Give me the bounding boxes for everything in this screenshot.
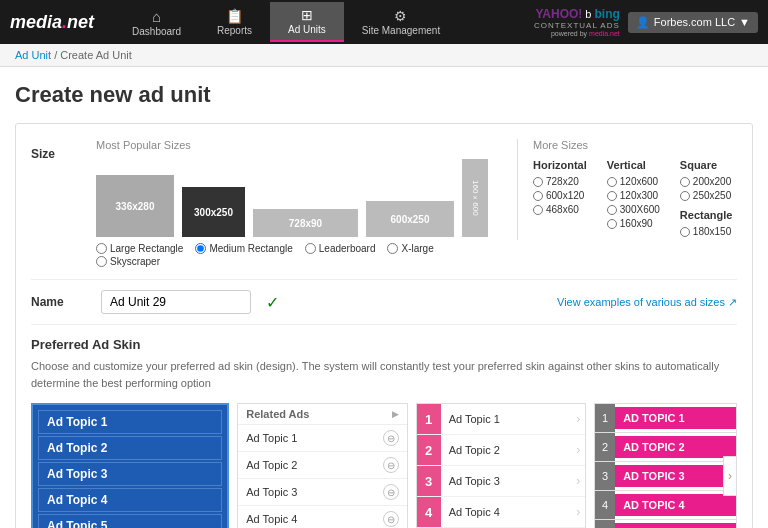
skin1-preview[interactable]: Ad Topic 1 Ad Topic 2 Ad Topic 3 Ad Topi… [31, 403, 229, 528]
skin4-num-1: 1 [595, 404, 615, 432]
skin3-arrow-3: › [576, 474, 585, 488]
size-option-728x90[interactable]: 728x90 [253, 209, 358, 237]
breadcrumb: Ad Unit / Create Ad Unit [0, 44, 768, 67]
header: media.net ⌂ Dashboard 📋 Reports ⊞ Ad Uni… [0, 0, 768, 44]
skin1-item-3: Ad Topic 3 [38, 462, 222, 486]
skin2-minus-2[interactable]: ⊖ [383, 457, 399, 473]
skin3-preview[interactable]: 1 Ad Topic 1 › 2 Ad Topic 2 › 3 Ad Topic… [416, 403, 586, 528]
skin3-num-2: 2 [417, 435, 441, 465]
main-card: Size Most Popular Sizes 336x280 300x250 [15, 123, 753, 528]
nav-dashboard[interactable]: ⌂ Dashboard [114, 3, 199, 42]
skin2-ad-label: ▶ [392, 409, 399, 419]
vertical-title: Vertical [607, 159, 660, 171]
skin2-minus-3[interactable]: ⊖ [383, 484, 399, 500]
size-option-336x280[interactable]: 336x280 [96, 175, 174, 237]
size-200x200[interactable]: 200x200 [680, 176, 733, 187]
skin2-minus-4[interactable]: ⊖ [383, 511, 399, 527]
breadcrumb-ad-unit[interactable]: Ad Unit [15, 49, 51, 61]
skin3-arrow-1: › [576, 412, 585, 426]
skin3-num-4: 4 [417, 497, 441, 527]
size-120x300[interactable]: 120x300 [607, 190, 660, 201]
check-icon: ✓ [266, 293, 279, 312]
name-input[interactable] [101, 290, 251, 314]
size-728x20[interactable]: 728x20 [533, 176, 587, 187]
skin4-num-5: 5 [595, 520, 615, 528]
skin2-preview[interactable]: Related Ads ▶ Ad Topic 1 ⊖ Ad Topic 2 ⊖ … [237, 403, 407, 528]
main-nav: ⌂ Dashboard 📋 Reports ⊞ Ad Units ⚙ Site … [114, 2, 534, 42]
skin2-item-2: Ad Topic 2 ⊖ [238, 452, 406, 479]
skin-description: Choose and customize your preferred ad s… [31, 358, 737, 391]
square-rectangle-sizes: Square 200x200 250x250 Rectangle 180x150 [680, 159, 733, 240]
skin3-arrow-4: › [576, 505, 585, 519]
size-120x600[interactable]: 120x600 [607, 176, 660, 187]
name-label: Name [31, 295, 86, 309]
size-label: Size [31, 147, 86, 161]
header-right: YAHOO! b bing CONTEXTUAL ADS powered by … [534, 7, 758, 37]
nav-site-management[interactable]: ⚙ Site Management [344, 3, 458, 41]
skin4-item-4: 4 AD TOPIC 4 [595, 491, 736, 520]
skins-row: Ad Topic 1 Ad Topic 2 Ad Topic 3 Ad Topi… [31, 403, 737, 528]
user-menu[interactable]: 👤 Forbes.com LLC ▼ [628, 12, 758, 33]
skin4-preview[interactable]: 1 AD TOPIC 1 2 AD TOPIC 2 3 AD TOPIC 3 4… [594, 403, 737, 528]
size-468x60[interactable]: 468x60 [533, 204, 587, 215]
breadcrumb-create: Create Ad Unit [60, 49, 132, 61]
skin2-title: Related Ads [246, 408, 309, 420]
logo: media.net [10, 12, 94, 33]
size-option-600x250[interactable]: 600x250 [366, 201, 454, 237]
view-examples-link[interactable]: View examples of various ad sizes ↗ [557, 296, 737, 309]
skin-title: Preferred Ad Skin [31, 337, 737, 352]
bing-icon: b [585, 8, 591, 20]
skin4-item-2: 2 AD TOPIC 2 [595, 433, 736, 462]
reports-icon: 📋 [226, 8, 243, 24]
nav-reports[interactable]: 📋 Reports [199, 3, 270, 41]
size-option-300x250[interactable]: 300x250 [182, 187, 245, 237]
horizontal-sizes: Horizontal 728x20 600x120 468x60 [533, 159, 587, 240]
name-section: Name ✓ View examples of various ad sizes… [31, 279, 737, 324]
nav-ad-units[interactable]: ⊞ Ad Units [270, 2, 344, 42]
size-250x250[interactable]: 250x250 [680, 190, 733, 201]
skin1-item-2: Ad Topic 2 [38, 436, 222, 460]
yahoo-text: YAHOO! [535, 7, 582, 21]
skin3-item-3: 3 Ad Topic 3 › [417, 466, 585, 497]
skin2-item-1: Ad Topic 1 ⊖ [238, 425, 406, 452]
skin4-num-4: 4 [595, 491, 615, 519]
skin3-item-2: 2 Ad Topic 2 › [417, 435, 585, 466]
skin2-header: Related Ads ▶ [238, 404, 406, 425]
size-160x90[interactable]: 160x90 [607, 218, 660, 229]
skin4-text-5: AD TOPIC 5 [615, 523, 736, 528]
label-skyscraper[interactable]: Skyscraper [96, 256, 160, 267]
page-content: Create new ad unit Size Most Popular Siz… [0, 67, 768, 528]
skin4-item-3: 3 AD TOPIC 3 [595, 462, 736, 491]
skin4-next-arrow[interactable]: › [723, 456, 737, 496]
vertical-sizes: Vertical 120x600 120x300 300X600 160x90 [607, 159, 660, 240]
label-large-rectangle[interactable]: Large Rectangle [96, 243, 183, 254]
skin4-text-3: AD TOPIC 3 [615, 465, 736, 487]
skin3-num-3: 3 [417, 466, 441, 496]
chevron-down-icon: ▼ [739, 16, 750, 28]
skin2-minus-1[interactable]: ⊖ [383, 430, 399, 446]
skin4-text-1: AD TOPIC 1 [615, 407, 736, 429]
contextual-ads-label: CONTEXTUAL ADS [534, 21, 620, 30]
dashboard-icon: ⌂ [152, 8, 161, 25]
size-300x600[interactable]: 300X600 [607, 204, 660, 215]
skin1-item-4: Ad Topic 4 [38, 488, 222, 512]
skin1-item-1: Ad Topic 1 [38, 410, 222, 434]
horizontal-title: Horizontal [533, 159, 587, 171]
size-600x120[interactable]: 600x120 [533, 190, 587, 201]
label-medium-rectangle[interactable]: Medium Rectangle [195, 243, 292, 254]
skin3-item-4: 4 Ad Topic 4 › [417, 497, 585, 528]
skin-section: Preferred Ad Skin Choose and customize y… [31, 324, 737, 528]
skin4-text-2: AD TOPIC 2 [615, 436, 736, 458]
bing-text: bing [594, 7, 619, 21]
skin3-item-1: 1 Ad Topic 1 › [417, 404, 585, 435]
label-x-large[interactable]: X-large [387, 243, 433, 254]
skin1-inner: Ad Topic 1 Ad Topic 2 Ad Topic 3 Ad Topi… [33, 405, 227, 528]
user-icon: 👤 [636, 16, 650, 29]
size-180x150[interactable]: 180x150 [680, 226, 733, 237]
label-leaderboard[interactable]: Leaderboard [305, 243, 376, 254]
skin1-item-5: Ad Topic 5 [38, 514, 222, 528]
ad-units-icon: ⊞ [301, 7, 313, 23]
powered-label: powered by media.net [551, 30, 620, 37]
size-labels-row: Large Rectangle Medium Rectangle Leaderb… [96, 243, 502, 267]
size-option-160x600[interactable]: 160×600 [462, 159, 488, 237]
